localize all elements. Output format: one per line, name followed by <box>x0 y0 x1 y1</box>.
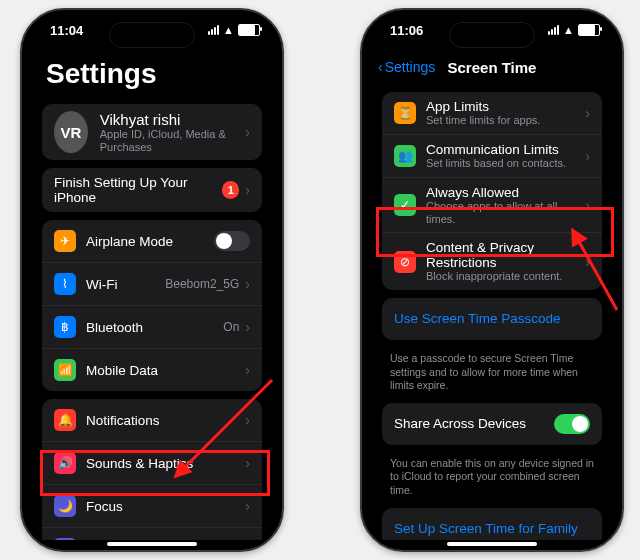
moon-icon: 🌙 <box>54 495 76 517</box>
airplane-icon: ✈ <box>54 230 76 252</box>
notifications-row[interactable]: 🔔 Notifications › <box>42 399 262 441</box>
wifi-icon: ▲ <box>223 24 234 36</box>
nav-bar: ‹ Settings Screen Time <box>372 50 612 84</box>
hourglass-icon: ⏳ <box>54 538 76 540</box>
chevron-right-icon: › <box>245 124 250 140</box>
battery-icon <box>238 24 260 36</box>
clock: 11:06 <box>390 23 423 38</box>
chevron-right-icon: › <box>245 412 250 428</box>
share-toggle[interactable] <box>554 414 590 434</box>
check-icon: ✓ <box>394 194 416 216</box>
wifi-icon: ⌇ <box>54 273 76 295</box>
home-indicator[interactable] <box>447 542 537 546</box>
always-allowed-row[interactable]: ✓ Always AllowedChoose apps to allow at … <box>382 177 602 232</box>
notification-badge: 1 <box>222 181 239 199</box>
battery-icon <box>578 24 600 36</box>
share-devices-row[interactable]: Share Across Devices <box>382 403 602 445</box>
chevron-right-icon: › <box>585 105 590 121</box>
chevron-right-icon: › <box>245 319 250 335</box>
avatar: VR <box>54 111 88 153</box>
wifi-icon: ▲ <box>563 24 574 36</box>
bluetooth-row[interactable]: ฿ Bluetooth On › <box>42 305 262 348</box>
share-footer: You can enable this on any device signed… <box>372 453 612 500</box>
finish-setup-row[interactable]: Finish Setting Up Your iPhone 1 › <box>42 168 262 212</box>
mobile-data-row[interactable]: 📶 Mobile Data › <box>42 348 262 391</box>
chevron-right-icon: › <box>585 148 590 164</box>
bluetooth-icon: ฿ <box>54 316 76 338</box>
app-limits-row[interactable]: ⏳ App LimitsSet time limits for apps. › <box>382 92 602 134</box>
person-icon: 👥 <box>394 145 416 167</box>
home-indicator[interactable] <box>107 542 197 546</box>
phone-settings: 11:04 ▲ Settings VR Vikhyat rishi Apple … <box>20 8 284 552</box>
content-privacy-row[interactable]: ⊘ Content & Privacy RestrictionsBlock in… <box>382 232 602 290</box>
phone-screen-time: 11:06 ▲ ‹ Settings Screen Time ⏳ App Lim… <box>360 8 624 552</box>
sounds-row[interactable]: 🔊 Sounds & Haptics › <box>42 441 262 484</box>
hourglass-icon: ⏳ <box>394 102 416 124</box>
airplane-mode-row[interactable]: ✈ Airplane Mode <box>42 220 262 262</box>
chevron-right-icon: › <box>245 182 250 198</box>
screen-time-row[interactable]: ⏳ Screen Time › <box>42 527 262 540</box>
antenna-icon: 📶 <box>54 359 76 381</box>
apple-id-label: Vikhyat rishi Apple ID, iCloud, Media & … <box>100 111 246 153</box>
apple-id-group: VR Vikhyat rishi Apple ID, iCloud, Media… <box>42 104 262 160</box>
chevron-right-icon: › <box>245 276 250 292</box>
signal-icon <box>548 25 559 35</box>
speaker-icon: 🔊 <box>54 452 76 474</box>
chevron-right-icon: › <box>585 197 590 213</box>
page-title: Settings <box>32 50 272 96</box>
apple-id-row[interactable]: VR Vikhyat rishi Apple ID, iCloud, Media… <box>42 104 262 160</box>
family-row[interactable]: Set Up Screen Time for Family <box>382 508 602 540</box>
bell-icon: 🔔 <box>54 409 76 431</box>
wifi-row[interactable]: ⌇ Wi-Fi Beebom2_5G › <box>42 262 262 305</box>
no-entry-icon: ⊘ <box>394 251 416 273</box>
chevron-right-icon: › <box>585 254 590 270</box>
signal-icon <box>208 25 219 35</box>
nav-title: Screen Time <box>448 59 537 76</box>
clock: 11:04 <box>50 23 83 38</box>
chevron-right-icon: › <box>245 498 250 514</box>
dynamic-island <box>109 22 195 48</box>
chevron-left-icon: ‹ <box>378 59 383 75</box>
passcode-footer: Use a passcode to secure Screen Time set… <box>372 348 612 395</box>
chevron-right-icon: › <box>245 455 250 471</box>
back-button[interactable]: ‹ Settings <box>378 59 435 75</box>
airplane-toggle[interactable] <box>214 231 250 251</box>
focus-row[interactable]: 🌙 Focus › <box>42 484 262 527</box>
communication-limits-row[interactable]: 👥 Communication LimitsSet limits based o… <box>382 134 602 177</box>
dynamic-island <box>449 22 535 48</box>
use-passcode-row[interactable]: Use Screen Time Passcode <box>382 298 602 340</box>
chevron-right-icon: › <box>245 362 250 378</box>
